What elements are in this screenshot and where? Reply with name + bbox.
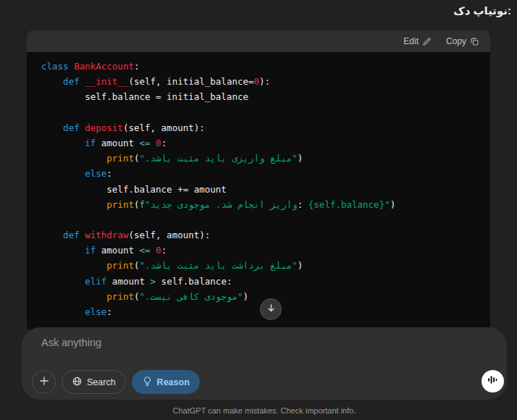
pencil-icon (422, 37, 432, 46)
copy-button[interactable]: Copy (446, 36, 479, 46)
code-line: self.balance = initial_balance (41, 89, 476, 104)
lightbulb-icon (142, 376, 153, 389)
reason-toggle-label: Reason (157, 377, 190, 387)
code-line: else: (41, 304, 476, 319)
code-line: print("موجودی کافی نیست.") (41, 289, 476, 304)
composer: Ask anything Search Reason (22, 327, 507, 400)
arrow-down-icon (266, 303, 277, 316)
message-title: کد پایتون: (453, 4, 511, 17)
code-line: if amount <= 0: (41, 243, 476, 258)
code-content: class BankAccount: def __init__(self, in… (27, 52, 490, 326)
code-line: class BankAccount: (41, 59, 476, 74)
code-line: print("مبلغ واریزی باید مثبت باشد.") (41, 151, 476, 166)
plus-icon (38, 375, 50, 389)
code-line: print(f"واریز انجام شد. موجودی جدید: {se… (41, 197, 476, 212)
edit-button[interactable]: Edit (403, 36, 432, 46)
code-line: else: (41, 166, 476, 181)
waveform-icon (487, 374, 499, 389)
code-line: print("مبلغ برداشت باید مثبت باشد.") (41, 258, 476, 273)
disclaimer-text: ChatGPT can make mistakes. Check importa… (22, 406, 507, 415)
code-block: Edit Copy class BankAccount: def __init_… (27, 30, 490, 331)
message-input[interactable]: Ask anything (41, 337, 447, 348)
copy-icon (470, 37, 479, 46)
code-line: def deposit(self, amount): (41, 120, 476, 135)
code-line: self.balance += amount (41, 182, 476, 197)
code-line: def withdraw(self, amount): (41, 227, 476, 243)
code-block-header: Edit Copy (27, 30, 490, 52)
copy-button-label: Copy (446, 36, 466, 46)
code-line: elif amount > self.balance: (41, 274, 476, 289)
reason-toggle-button[interactable]: Reason (132, 370, 200, 394)
attach-button[interactable] (32, 370, 56, 394)
code-line (41, 105, 476, 120)
chat-page: کد پایتون: Edit Copy class BankAccount: … (0, 0, 517, 420)
search-toggle-label: Search (87, 377, 116, 387)
scroll-to-bottom-button[interactable] (260, 298, 282, 320)
code-line (41, 212, 476, 227)
search-toggle-button[interactable]: Search (62, 370, 126, 394)
edit-button-label: Edit (403, 36, 419, 46)
composer-toolbar: Search Reason (32, 370, 200, 394)
globe-icon (72, 376, 83, 389)
voice-mode-button[interactable] (482, 370, 504, 392)
code-line: if amount <= 0: (41, 135, 476, 151)
code-line: def __init__(self, initial_balance=0): (41, 74, 476, 89)
